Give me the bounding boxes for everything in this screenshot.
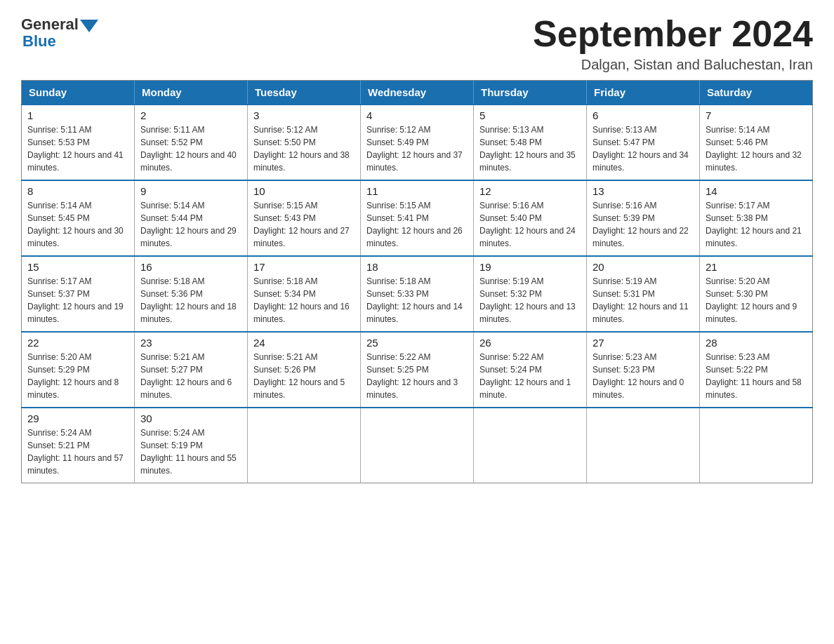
calendar-day-13: 13 Sunrise: 5:16 AM Sunset: 5:39 PM Dayl…: [587, 180, 700, 256]
day-number: 3: [253, 109, 355, 121]
day-number: 4: [366, 109, 468, 121]
calendar-empty-cell: [474, 408, 587, 483]
calendar-day-25: 25 Sunrise: 5:22 AM Sunset: 5:25 PM Dayl…: [361, 332, 474, 408]
calendar-day-21: 21 Sunrise: 5:20 AM Sunset: 5:30 PM Dayl…: [700, 256, 813, 332]
calendar-day-12: 12 Sunrise: 5:16 AM Sunset: 5:40 PM Dayl…: [474, 180, 587, 256]
day-number: 19: [479, 261, 581, 273]
calendar-day-26: 26 Sunrise: 5:22 AM Sunset: 5:24 PM Dayl…: [474, 332, 587, 408]
logo-icon: [79, 14, 100, 35]
calendar-week-4: 22 Sunrise: 5:20 AM Sunset: 5:29 PM Dayl…: [22, 332, 813, 408]
calendar-week-5: 29 Sunrise: 5:24 AM Sunset: 5:21 PM Dayl…: [22, 408, 813, 483]
calendar-day-29: 29 Sunrise: 5:24 AM Sunset: 5:21 PM Dayl…: [22, 408, 135, 483]
col-wednesday: Wednesday: [361, 81, 474, 105]
svg-marker-0: [80, 20, 98, 32]
day-info: Sunrise: 5:15 AM Sunset: 5:41 PM Dayligh…: [366, 199, 468, 250]
day-info: Sunrise: 5:13 AM Sunset: 5:47 PM Dayligh…: [593, 123, 694, 174]
calendar-day-1: 1 Sunrise: 5:11 AM Sunset: 5:53 PM Dayli…: [22, 105, 135, 180]
calendar-day-17: 17 Sunrise: 5:18 AM Sunset: 5:34 PM Dayl…: [248, 256, 361, 332]
calendar-day-7: 7 Sunrise: 5:14 AM Sunset: 5:46 PM Dayli…: [700, 105, 813, 180]
title-section: September 2024 Dalgan, Sistan and Baluch…: [533, 14, 813, 73]
day-info: Sunrise: 5:19 AM Sunset: 5:32 PM Dayligh…: [479, 275, 581, 326]
day-info: Sunrise: 5:22 AM Sunset: 5:25 PM Dayligh…: [366, 351, 468, 401]
calendar-day-3: 3 Sunrise: 5:12 AM Sunset: 5:50 PM Dayli…: [248, 105, 361, 180]
logo-text-blue: Blue: [22, 32, 56, 51]
calendar-day-27: 27 Sunrise: 5:23 AM Sunset: 5:23 PM Dayl…: [587, 332, 700, 408]
calendar-day-4: 4 Sunrise: 5:12 AM Sunset: 5:49 PM Dayli…: [361, 105, 474, 180]
calendar-week-1: 1 Sunrise: 5:11 AM Sunset: 5:53 PM Dayli…: [22, 105, 813, 180]
day-info: Sunrise: 5:20 AM Sunset: 5:30 PM Dayligh…: [706, 275, 807, 326]
logo-text-general: General: [21, 15, 79, 34]
calendar-day-15: 15 Sunrise: 5:17 AM Sunset: 5:37 PM Dayl…: [22, 256, 135, 332]
calendar-day-28: 28 Sunrise: 5:23 AM Sunset: 5:22 PM Dayl…: [700, 332, 813, 408]
calendar-day-14: 14 Sunrise: 5:17 AM Sunset: 5:38 PM Dayl…: [700, 180, 813, 256]
day-number: 18: [366, 261, 468, 273]
day-number: 26: [479, 337, 581, 349]
day-info: Sunrise: 5:23 AM Sunset: 5:23 PM Dayligh…: [593, 351, 694, 401]
page-header: General Blue September 2024 Dalgan, Sist…: [21, 14, 813, 73]
day-info: Sunrise: 5:15 AM Sunset: 5:43 PM Dayligh…: [253, 199, 355, 250]
day-info: Sunrise: 5:17 AM Sunset: 5:38 PM Dayligh…: [706, 199, 807, 250]
calendar-day-6: 6 Sunrise: 5:13 AM Sunset: 5:47 PM Dayli…: [587, 105, 700, 180]
day-info: Sunrise: 5:12 AM Sunset: 5:49 PM Dayligh…: [366, 123, 468, 174]
day-info: Sunrise: 5:16 AM Sunset: 5:39 PM Dayligh…: [593, 199, 694, 250]
col-saturday: Saturday: [700, 81, 813, 105]
month-title: September 2024: [533, 14, 813, 54]
day-number: 20: [593, 261, 694, 273]
day-number: 17: [253, 261, 355, 273]
calendar-day-20: 20 Sunrise: 5:19 AM Sunset: 5:31 PM Dayl…: [587, 256, 700, 332]
calendar-day-23: 23 Sunrise: 5:21 AM Sunset: 5:27 PM Dayl…: [135, 332, 248, 408]
calendar-day-18: 18 Sunrise: 5:18 AM Sunset: 5:33 PM Dayl…: [361, 256, 474, 332]
day-number: 12: [479, 185, 581, 197]
day-number: 30: [140, 412, 241, 424]
calendar-day-11: 11 Sunrise: 5:15 AM Sunset: 5:41 PM Dayl…: [361, 180, 474, 256]
col-tuesday: Tuesday: [248, 81, 361, 105]
day-info: Sunrise: 5:11 AM Sunset: 5:53 PM Dayligh…: [27, 123, 128, 174]
day-number: 29: [27, 412, 128, 424]
calendar-day-2: 2 Sunrise: 5:11 AM Sunset: 5:52 PM Dayli…: [135, 105, 248, 180]
day-number: 14: [706, 185, 807, 197]
location-subtitle: Dalgan, Sistan and Baluchestan, Iran: [533, 57, 813, 73]
day-info: Sunrise: 5:24 AM Sunset: 5:19 PM Dayligh…: [140, 427, 241, 477]
day-info: Sunrise: 5:19 AM Sunset: 5:31 PM Dayligh…: [593, 275, 694, 326]
calendar-empty-cell: [248, 408, 361, 483]
calendar-empty-cell: [587, 408, 700, 483]
calendar-week-2: 8 Sunrise: 5:14 AM Sunset: 5:45 PM Dayli…: [22, 180, 813, 256]
col-thursday: Thursday: [474, 81, 587, 105]
day-number: 27: [593, 337, 694, 349]
day-number: 6: [593, 109, 694, 121]
day-number: 10: [253, 185, 355, 197]
day-info: Sunrise: 5:16 AM Sunset: 5:40 PM Dayligh…: [479, 199, 581, 250]
col-monday: Monday: [135, 81, 248, 105]
day-info: Sunrise: 5:14 AM Sunset: 5:44 PM Dayligh…: [140, 199, 241, 250]
day-info: Sunrise: 5:18 AM Sunset: 5:33 PM Dayligh…: [366, 275, 468, 326]
day-info: Sunrise: 5:12 AM Sunset: 5:50 PM Dayligh…: [253, 123, 355, 174]
day-info: Sunrise: 5:21 AM Sunset: 5:26 PM Dayligh…: [253, 351, 355, 401]
col-friday: Friday: [587, 81, 700, 105]
day-number: 1: [27, 109, 128, 121]
day-info: Sunrise: 5:24 AM Sunset: 5:21 PM Dayligh…: [27, 427, 128, 477]
calendar-day-9: 9 Sunrise: 5:14 AM Sunset: 5:44 PM Dayli…: [135, 180, 248, 256]
day-info: Sunrise: 5:23 AM Sunset: 5:22 PM Dayligh…: [706, 351, 807, 401]
day-info: Sunrise: 5:13 AM Sunset: 5:48 PM Dayligh…: [479, 123, 581, 174]
day-number: 15: [27, 261, 128, 273]
calendar-day-22: 22 Sunrise: 5:20 AM Sunset: 5:29 PM Dayl…: [22, 332, 135, 408]
day-info: Sunrise: 5:22 AM Sunset: 5:24 PM Dayligh…: [479, 351, 581, 401]
day-info: Sunrise: 5:14 AM Sunset: 5:45 PM Dayligh…: [27, 199, 128, 250]
day-number: 7: [706, 109, 807, 121]
calendar-table: Sunday Monday Tuesday Wednesday Thursday…: [21, 80, 813, 483]
calendar-day-24: 24 Sunrise: 5:21 AM Sunset: 5:26 PM Dayl…: [248, 332, 361, 408]
day-number: 13: [593, 185, 694, 197]
day-number: 8: [27, 185, 128, 197]
day-info: Sunrise: 5:20 AM Sunset: 5:29 PM Dayligh…: [27, 351, 128, 401]
day-info: Sunrise: 5:21 AM Sunset: 5:27 PM Dayligh…: [140, 351, 241, 401]
day-info: Sunrise: 5:18 AM Sunset: 5:36 PM Dayligh…: [140, 275, 241, 326]
calendar-week-3: 15 Sunrise: 5:17 AM Sunset: 5:37 PM Dayl…: [22, 256, 813, 332]
day-number: 9: [140, 185, 241, 197]
calendar-day-5: 5 Sunrise: 5:13 AM Sunset: 5:48 PM Dayli…: [474, 105, 587, 180]
col-sunday: Sunday: [22, 81, 135, 105]
logo: General Blue: [21, 14, 100, 51]
day-number: 16: [140, 261, 241, 273]
calendar-day-8: 8 Sunrise: 5:14 AM Sunset: 5:45 PM Dayli…: [22, 180, 135, 256]
day-number: 21: [706, 261, 807, 273]
calendar-day-16: 16 Sunrise: 5:18 AM Sunset: 5:36 PM Dayl…: [135, 256, 248, 332]
